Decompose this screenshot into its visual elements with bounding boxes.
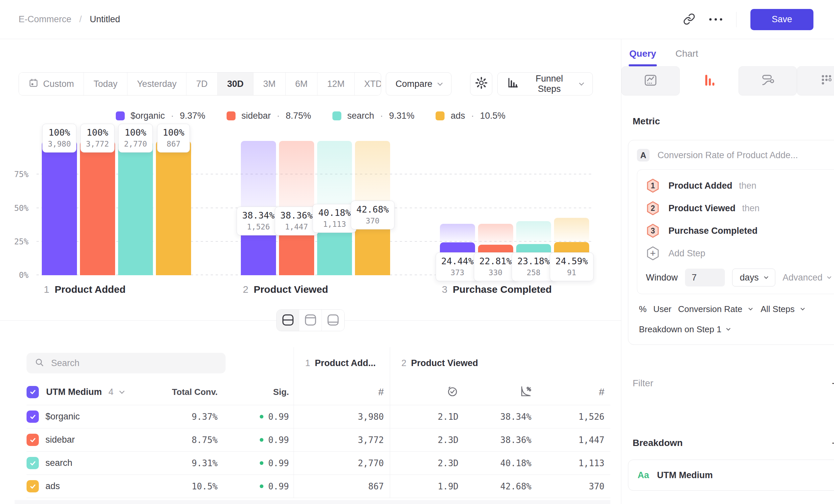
type-tab-flows[interactable] — [739, 66, 797, 95]
type-tab-funnels[interactable] — [680, 66, 738, 95]
table-step1-header: 1 Product Add... — [293, 347, 390, 379]
range-7d-button[interactable]: 7D — [186, 73, 218, 95]
table-row-search[interactable]: search9.31%0.992,7702.3D40.18%1,113 — [26, 451, 610, 475]
table-search[interactable] — [26, 353, 225, 373]
advanced-toggle[interactable]: Advanced — [783, 273, 831, 283]
query-step-label: Product Viewed — [668, 203, 736, 213]
select-all-checkbox[interactable] — [26, 386, 39, 398]
gear-icon — [475, 76, 488, 92]
bar-slot: 24.44%373 — [440, 128, 475, 275]
add-step-button[interactable]: + Add Step — [646, 242, 831, 265]
total-conv-header[interactable]: Total Conv. — [146, 379, 222, 405]
copy-link-button[interactable] — [683, 13, 695, 26]
step-badge-number: 2 — [646, 201, 660, 215]
bar-sidebar-step1[interactable] — [80, 141, 115, 275]
tab-query[interactable]: Query — [629, 48, 656, 66]
filter-section-header: Filter + — [633, 377, 834, 390]
compare-button[interactable]: Compare — [386, 72, 452, 95]
query-step-1[interactable]: 1Product Addedthen — [646, 175, 831, 197]
query-step-2[interactable]: 2Product Viewedthen — [646, 197, 831, 220]
row-dimension-cell: sidebar — [26, 428, 146, 451]
range-today-button[interactable]: Today — [84, 73, 127, 95]
range-xtd-button[interactable]: XTD — [355, 73, 381, 95]
hash-icon[interactable]: # — [599, 386, 605, 397]
table-row-ads[interactable]: ads10.5%0.998671.9D42.68%370 — [26, 475, 610, 498]
row-checkbox[interactable] — [26, 434, 39, 446]
sig-value: 0.99 — [268, 458, 289, 468]
funnel-steps-card: 1Product Addedthen2Product Viewedthen3Pu… — [637, 169, 834, 294]
search-input[interactable] — [51, 358, 210, 368]
report-type-tabs — [621, 66, 834, 95]
conversion-rate-icon[interactable] — [520, 385, 531, 398]
metric-title-row[interactable]: A Conversion Rate of Product Adde... — [637, 149, 834, 161]
query-step-3[interactable]: 3Purchase Completed — [646, 220, 831, 242]
bar-pct: 100% — [124, 127, 147, 138]
measure-metric[interactable]: Conversion Rate — [678, 304, 742, 314]
panel-tabs: Query Chart — [621, 48, 834, 66]
table-header-top: 1 Product Add... 2 Product Viewed — [26, 347, 610, 379]
type-tab-insights[interactable] — [621, 66, 680, 95]
breakdown-item-utm-medium[interactable]: AaUTM Medium — [628, 460, 834, 491]
more-menu-button[interactable] — [709, 18, 722, 21]
legend-item-ads[interactable]: ads·10.5% — [436, 111, 505, 121]
add-filter-button[interactable]: + — [832, 377, 834, 390]
tab-chart[interactable]: Chart — [676, 48, 698, 66]
range-6m-button[interactable]: 6M — [286, 73, 318, 95]
bar-ads-step1[interactable] — [156, 141, 191, 275]
row-checkbox[interactable] — [26, 480, 39, 492]
sig-value: 0.99 — [268, 412, 289, 422]
metric-cell: 1,113 — [537, 452, 610, 475]
hash-icon[interactable]: # — [378, 386, 384, 397]
row-checkbox[interactable] — [26, 411, 39, 423]
save-button[interactable]: Save — [750, 9, 813, 30]
table-row-organic[interactable]: $organic9.37%0.993,9802.1D38.34%1,526 — [26, 405, 610, 428]
legend-item-sidebar[interactable]: sidebar·8.75% — [226, 111, 311, 121]
layout-chart-only-button[interactable] — [299, 310, 322, 331]
step-label-3: 3Purchase Completed — [440, 284, 589, 295]
range-3m-button[interactable]: 3M — [254, 73, 286, 95]
range-custom-button[interactable]: Custom — [19, 73, 84, 95]
type-tab-retention[interactable] — [797, 66, 834, 95]
legend-item-search[interactable]: search·9.31% — [332, 111, 415, 121]
chart-settings-button[interactable] — [470, 72, 492, 95]
add-breakdown-button[interactable]: + — [832, 436, 834, 450]
bar-count: 2,770 — [124, 140, 147, 148]
bar-search-step1[interactable] — [118, 141, 153, 275]
bar-$organic-step1[interactable] — [42, 141, 77, 275]
legend-item-organic[interactable]: $organic·9.37% — [116, 111, 205, 121]
funnel-chart: 0%25%50%75%100%3,980100%3,772100%2,77010… — [37, 128, 592, 275]
bar-value-label: 40.18%1,113 — [313, 204, 357, 233]
chart-type-button[interactable]: Funnel Steps — [497, 72, 593, 95]
breakdown-item-label: UTM Medium — [657, 470, 713, 480]
step-group-2: 38.34%1,52638.36%1,44740.18%1,11342.68%3… — [241, 128, 390, 275]
layout-table-only-button[interactable] — [322, 310, 344, 331]
window-value-input[interactable] — [685, 269, 725, 287]
breakdown-on-step[interactable]: Breakdown on Step 1 — [639, 324, 834, 335]
sig-header[interactable]: Sig. — [222, 379, 293, 405]
row-checkbox[interactable] — [26, 457, 39, 469]
measure-steps-scope[interactable]: All Steps — [761, 304, 795, 314]
chevron-down-icon — [579, 81, 584, 86]
metric-cell: 3,980 — [293, 405, 390, 428]
range-yesterday-button[interactable]: Yesterday — [127, 73, 186, 95]
row-name: sidebar — [45, 435, 75, 445]
table-row-sidebar[interactable]: sidebar8.75%0.993,7722.3D38.36%1,447 — [26, 428, 610, 451]
step-group-3: 24.44%37322.81%33023.18%25824.59%91 — [440, 128, 589, 275]
bar-value-label: 38.36%1,447 — [275, 207, 319, 235]
range-30d-button[interactable]: 30D — [218, 73, 254, 95]
chevron-down-icon[interactable] — [119, 388, 125, 394]
table-scroll-strip[interactable] — [15, 500, 610, 504]
window-unit-select[interactable]: days — [732, 269, 775, 287]
breadcrumb-workspace[interactable]: E-Commerce — [19, 14, 71, 25]
table-rows: $organic9.37%0.993,9802.1D38.34%1,526sid… — [26, 405, 610, 498]
measure-entity[interactable]: User — [653, 304, 672, 314]
bar-count: 91 — [555, 268, 588, 277]
layout-split-view-button[interactable] — [277, 310, 299, 331]
avg-time-icon[interactable] — [446, 385, 459, 398]
range-12m-button[interactable]: 12M — [317, 73, 355, 95]
bar-slot: 22.81%330 — [478, 128, 513, 275]
report-title[interactable]: Untitled — [90, 14, 120, 25]
total-conv-cell: 10.5% — [146, 475, 222, 498]
measure-row: % User Conversion Rate All Steps — [639, 304, 834, 314]
bar-count: 258 — [518, 268, 550, 277]
